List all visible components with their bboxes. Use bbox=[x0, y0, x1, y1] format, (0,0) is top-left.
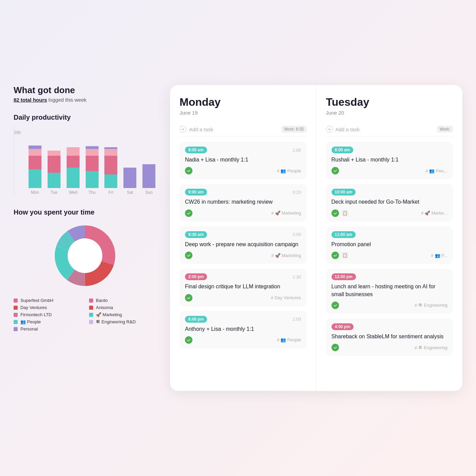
daily-productivity-title: Daily productivity bbox=[14, 114, 156, 121]
legend-label-anisoma: Anisoma bbox=[96, 305, 113, 310]
left-panel: What got done 82 total hours logged this… bbox=[14, 85, 156, 332]
legend-item-people: 👥 People bbox=[14, 319, 81, 324]
tuesday-task-4-header: 12:00 pm bbox=[332, 273, 448, 280]
donut-chart bbox=[51, 222, 119, 290]
tuesday-task-3-time: 11:00 am bbox=[332, 231, 356, 238]
legend-item-superfest: Superfest GmbH bbox=[14, 298, 81, 303]
add-task-icon-monday[interactable]: + bbox=[180, 126, 186, 133]
monday-add-task-row[interactable]: + Add a task Work: 6:55 bbox=[180, 122, 307, 136]
legend-item-anisoma: Anisoma bbox=[89, 305, 156, 310]
donut-chart-wrap bbox=[14, 222, 156, 290]
legend-color-bardo bbox=[89, 299, 93, 303]
bar-segment bbox=[67, 147, 80, 156]
tuesday-task-4-tags: # 🛠 Engineering bbox=[414, 303, 447, 308]
monday-task-1-footer: # 👥 People bbox=[185, 167, 301, 174]
monday-task-3[interactable]: 9:30 am 3:00 Deep work - prepare new acq… bbox=[180, 226, 307, 264]
bar-stack bbox=[142, 164, 155, 188]
monday-task-4-header: 2:00 pm 1:30 bbox=[185, 273, 301, 280]
how-spent-section: How you spent your time bbox=[14, 208, 156, 332]
legend-color-superfest bbox=[14, 299, 18, 303]
monday-task-4-check bbox=[185, 294, 192, 302]
monday-task-3-name: Deep work - prepare new acquisition camp… bbox=[185, 241, 301, 248]
hours-highlight: 82 total hours bbox=[14, 97, 47, 103]
monday-task-1-time: 8:00 am bbox=[185, 147, 207, 153]
bar-group-thu: Thu bbox=[85, 146, 100, 195]
bar-segment bbox=[48, 173, 61, 188]
monday-task-5-tags: # 👥 People bbox=[277, 337, 301, 342]
tuesday-task-2-footer: 📋 # 🚀 Marke... bbox=[332, 209, 448, 217]
tuesday-task-1[interactable]: 8:00 am Rushali + Lisa - monthly 1:1 # 👥… bbox=[326, 142, 453, 179]
monday-task-5[interactable]: 6:00 pm 1:00 Anthony + Lisa - monthly 1:… bbox=[180, 311, 307, 348]
legend-color-marketing bbox=[89, 313, 93, 317]
what-got-done-section: What got done 82 total hours logged this… bbox=[14, 85, 156, 103]
monday-task-4-tags: # Day Ventures bbox=[271, 295, 301, 300]
monday-task-5-duration: 1:00 bbox=[292, 317, 301, 322]
monday-task-2[interactable]: 9:00 am 0:20 CW26 in numbers: marketing … bbox=[180, 184, 307, 221]
monday-task-2-tag: # 🚀 Marketing bbox=[271, 210, 301, 216]
y-axis-label: 20h bbox=[14, 130, 21, 135]
legend-label-personal: Personal bbox=[20, 326, 38, 332]
bar-segment bbox=[104, 156, 117, 174]
add-task-icon-tuesday[interactable]: + bbox=[326, 126, 333, 133]
monday-task-5-footer: # 👥 People bbox=[185, 336, 301, 344]
monday-task-3-tags: # 🚀 Marketing bbox=[271, 253, 301, 258]
monday-task-5-time: 6:00 pm bbox=[185, 316, 207, 323]
bar-label-sat: Sat bbox=[127, 190, 133, 195]
bar-group-fri: Fri bbox=[103, 147, 118, 195]
legend-label-firmontech: Firmontech LTD bbox=[20, 312, 52, 317]
tuesday-task-5-time: 4:00 pm bbox=[332, 323, 354, 330]
tuesday-task-5-name: Shareback on StableLM for sentiment anal… bbox=[332, 333, 448, 340]
tuesday-task-2-time: 10:00 am bbox=[332, 189, 356, 196]
monday-task-2-footer: # 🚀 Marketing bbox=[185, 209, 301, 217]
monday-task-1-header: 8:00 am 1:00 bbox=[185, 147, 301, 153]
tuesday-task-5[interactable]: 4:00 pm Shareback on StableLM for sentim… bbox=[326, 319, 453, 356]
monday-task-1[interactable]: 8:00 am 1:00 Nadia + Lisa - monthly 1:1 … bbox=[180, 142, 307, 179]
legend-label-engineering: 🛠 Engineering R&D bbox=[96, 319, 136, 324]
tuesday-task-2[interactable]: 10:00 am Deck input needed for Go-To-Mar… bbox=[326, 184, 453, 221]
bar-segment bbox=[29, 156, 41, 169]
bar-label-sun: Sun bbox=[145, 190, 152, 195]
tuesday-task-3-header: 11:00 am bbox=[332, 231, 448, 238]
legend-label-bardo: Bardo bbox=[96, 298, 108, 303]
bar-group-sat: Sat bbox=[122, 168, 137, 195]
tuesday-task-1-name: Rushali + Lisa - monthly 1:1 bbox=[332, 156, 448, 164]
tuesday-date: June 20 bbox=[326, 110, 453, 116]
bar-stack bbox=[29, 146, 41, 188]
bar-segment bbox=[104, 149, 117, 156]
tuesday-task-5-tags: # 🛠 Engineering bbox=[414, 345, 447, 350]
legend-item-marketing: 🚀 Marketing bbox=[89, 312, 156, 317]
monday-task-4-duration: 1:30 bbox=[292, 274, 301, 279]
legend-color-firmontech bbox=[14, 313, 18, 317]
tuesday-add-task-row[interactable]: + Add a task Work: bbox=[326, 122, 453, 136]
tuesday-task-4[interactable]: 12:00 pm Lunch and learn - hosting meeti… bbox=[326, 269, 453, 314]
bar-label-fri: Fri bbox=[108, 190, 113, 195]
bar-segment bbox=[29, 149, 41, 156]
bar-segment bbox=[86, 146, 99, 149]
bar-label-thu: Thu bbox=[88, 190, 96, 195]
monday-date: June 19 bbox=[180, 110, 307, 116]
tuesday-task-5-header: 4:00 pm bbox=[332, 323, 448, 330]
calendar-panel: Monday June 19 + Add a task Work: 6:55 8… bbox=[170, 85, 462, 391]
legend-color-engineering bbox=[89, 320, 93, 324]
tuesday-task-5-footer: # 🛠 Engineering bbox=[332, 344, 448, 351]
legend-color-personal bbox=[14, 327, 18, 331]
monday-task-4[interactable]: 2:00 pm 1:30 Final design critique for L… bbox=[180, 269, 307, 306]
monday-task-1-tag: # 👥 People bbox=[277, 168, 301, 173]
tuesday-task-4-name: Lunch and learn - hosting meeting on AI … bbox=[332, 283, 448, 298]
tuesday-column: Tuesday June 20 + Add a task Work: 8:00 … bbox=[317, 85, 463, 391]
legend-color-anisoma bbox=[89, 306, 93, 310]
monday-task-1-tags: # 👥 People bbox=[277, 168, 301, 173]
legend-item-bardo: Bardo bbox=[89, 298, 156, 303]
tuesday-task-4-footer: # 🛠 Engineering bbox=[332, 302, 448, 309]
monday-task-2-name: CW26 in numbers: marketing review bbox=[185, 198, 301, 206]
tuesday-task-3[interactable]: 11:00 am Promotion panel 📋 # 👥 P... bbox=[326, 226, 453, 264]
bar-segment bbox=[86, 149, 99, 156]
monday-task-1-duration: 1:00 bbox=[292, 148, 301, 153]
monday-task-3-tag: # 🚀 Marketing bbox=[271, 253, 301, 258]
tuesday-day-name: Tuesday bbox=[326, 96, 453, 108]
bar-segment bbox=[67, 168, 80, 188]
legend-label-marketing: 🚀 Marketing bbox=[96, 312, 122, 317]
bar-group-mon: Mon bbox=[28, 146, 42, 195]
legend-item-personal: Personal bbox=[14, 326, 81, 332]
monday-task-4-tag: # Day Ventures bbox=[271, 295, 301, 300]
